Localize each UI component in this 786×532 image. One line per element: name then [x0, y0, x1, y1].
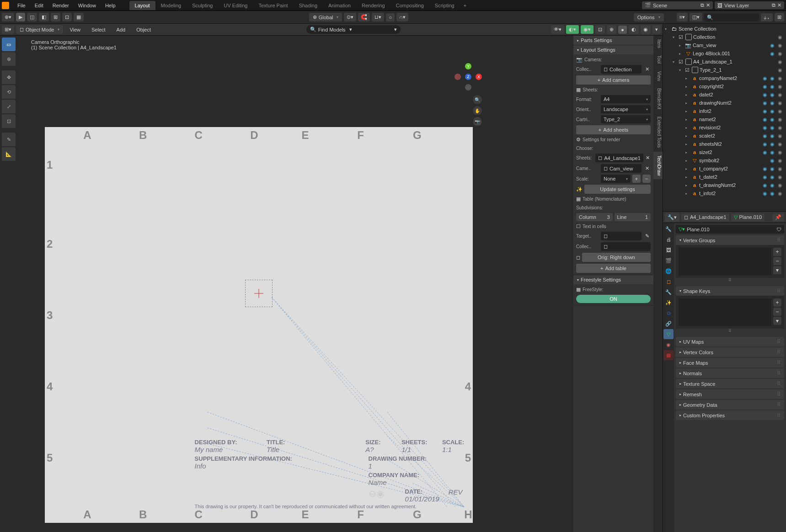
drag-handle-icon[interactable]: ⠿ [777, 412, 781, 418]
ws-tab-layout[interactable]: Layout [129, 1, 155, 10]
tree-row[interactable]: ▸asheetsNt2◉◉◉ [663, 140, 786, 148]
visibility-icon[interactable]: ◉ [778, 133, 784, 139]
tree-row[interactable]: ▸acompanyNamet2◉◉◉ [663, 74, 786, 82]
data-icon[interactable]: ◉ [763, 84, 769, 90]
tree-toggle-icon[interactable]: ▾ [665, 27, 669, 31]
xray-toggle[interactable]: ⊡ [595, 25, 605, 34]
visibility-icon[interactable]: ◉ [778, 43, 784, 48]
shading-material[interactable]: ◐ [629, 25, 639, 34]
add-camera-button[interactable]: Add camera [576, 75, 651, 85]
prop-panel-header[interactable]: Custom Properties⠿ [676, 410, 784, 420]
ws-tab-compositing[interactable]: Compositing [390, 1, 429, 10]
prop-panel-header[interactable]: Texture Space⠿ [676, 379, 784, 388]
pan-button[interactable]: ✋ [473, 106, 482, 115]
data-icon2[interactable]: ◉ [770, 84, 776, 90]
camera-view-button[interactable]: 📷 [473, 117, 482, 126]
drag-handle-icon[interactable]: ⠿ [777, 391, 781, 397]
prop-panel-header[interactable]: Face Maps⠿ [676, 358, 784, 367]
snap-toggle[interactable]: 🧲 [358, 13, 370, 21]
find-models-input[interactable] [354, 27, 390, 32]
data-icon2[interactable]: ◉ [770, 92, 776, 98]
visibility-icon[interactable]: ◉ [778, 34, 784, 40]
data-icon[interactable]: ◉ [763, 191, 769, 197]
options-dropdown[interactable]: Options [634, 13, 664, 21]
tree-toggle-icon[interactable]: ▸ [685, 101, 690, 105]
tree-row[interactable]: ▾☑A4_Landscape_1◉ [663, 58, 786, 66]
sheets2-field[interactable]: ◻A4_Landscape1 [595, 154, 643, 162]
zoom-button[interactable]: 🔍 [473, 95, 482, 104]
shading-wireframe[interactable]: ⊕ [607, 25, 616, 34]
axis-z-icon[interactable]: Z [465, 74, 471, 80]
n-tab-blenderkit[interactable]: BlenderKit [653, 85, 663, 113]
visibility-icon[interactable]: ◉ [778, 149, 784, 155]
collec-clear[interactable]: ✕ [643, 66, 651, 72]
drag-handle-icon[interactable]: ⠿ [777, 381, 781, 387]
gizmo-dropdown[interactable]: ◐▾ [566, 25, 579, 34]
layout-settings-header[interactable]: Layout Settings [573, 45, 653, 54]
data-icon2[interactable]: ◉ [770, 117, 776, 122]
view-menu[interactable]: View [65, 26, 85, 33]
view-layer-selector[interactable]: 🖼 ⧉ ✕ [715, 1, 784, 9]
tree-row[interactable]: ▸▽symbolt2◉◉ [663, 156, 786, 165]
drag-handle-icon[interactable]: ⠿ [777, 402, 781, 408]
interaction-mode-dropdown[interactable]: ◻ Object Mode [16, 25, 63, 34]
tree-toggle-icon[interactable]: ▸ [685, 183, 690, 187]
visibility-icon[interactable]: ◉ [778, 59, 784, 65]
tree-toggle-icon[interactable]: ▸ [685, 109, 690, 113]
orient-dropdown[interactable]: Landscape [601, 105, 651, 113]
tab-output[interactable]: 🖨 [663, 234, 674, 245]
tool-transform[interactable]: ⊡ [2, 114, 16, 128]
n-tab-techdraw[interactable]: TechDraw [653, 152, 663, 179]
tree-toggle-icon[interactable]: ▸ [685, 142, 690, 146]
collection-checkbox[interactable]: ☑ [679, 59, 684, 65]
n-tab-tool[interactable]: Tool [653, 52, 663, 67]
datablock-name[interactable]: Plane.010 [687, 227, 775, 232]
outliner-display-mode[interactable]: ◫▾ [690, 13, 702, 21]
came-field[interactable]: ◻Cam_view [601, 164, 642, 173]
data-icon[interactable]: ◉ [770, 51, 776, 57]
data-icon2[interactable]: ◉ [770, 174, 776, 180]
visibility-icon[interactable]: ◉ [778, 75, 784, 81]
tab-material[interactable]: ◉ [663, 340, 674, 350]
collec-field[interactable]: ◻Collection [601, 65, 642, 74]
outliner-search[interactable] [704, 13, 759, 21]
prop-panel-header[interactable]: Shape Keys⠿ [676, 286, 784, 296]
tab-texture[interactable]: ▦ [663, 350, 674, 360]
visibility-icon[interactable]: ◉ [778, 84, 784, 90]
cursor-tool-dropdown[interactable]: ⊕▾ [2, 13, 14, 21]
tree-row[interactable]: ▸at_datet2◉◉◉ [663, 173, 786, 181]
data-icon2[interactable]: ◉ [770, 75, 776, 81]
data-icon[interactable]: ◉ [763, 166, 769, 172]
drag-handle-icon[interactable]: ⠿ [777, 339, 781, 345]
tree-toggle-icon[interactable]: ▸ [685, 159, 690, 163]
visibility-icon[interactable]: ◉ [778, 125, 784, 131]
prop-list[interactable] [679, 248, 771, 275]
shading-solid[interactable]: ● [618, 26, 627, 34]
menu-edit[interactable]: Edit [30, 2, 48, 9]
scene-selector[interactable]: 🎬 ⧉ ✕ [642, 1, 713, 9]
viewport-canvas[interactable]: Camera Orthographic (1) Scene Collection… [17, 36, 573, 532]
view-layer-input[interactable] [724, 3, 770, 8]
scale-plus[interactable]: + [632, 175, 641, 183]
find-caret-icon[interactable]: ▾ [394, 27, 397, 32]
outliner-filter[interactable]: ⏚▾ [761, 13, 773, 21]
visibility-icon[interactable]: ◉ [778, 158, 784, 164]
came-clear[interactable]: ✕ [643, 165, 651, 171]
select-mode-5[interactable]: ▦ [74, 13, 84, 21]
eyedropper-icon[interactable]: ✎ [643, 233, 651, 239]
new-layer-icon[interactable]: ⧉ [772, 2, 775, 8]
proportional-dropdown[interactable]: ∩▾ [396, 13, 408, 21]
visibility-icon[interactable]: ◉ [778, 92, 784, 98]
orientation-dropdown[interactable]: ⊕ Global [309, 13, 342, 21]
tab-world[interactable]: 🌐 [663, 266, 674, 276]
blender-logo-icon[interactable] [2, 2, 9, 9]
outliner-new-coll[interactable]: ⊞ [775, 13, 784, 21]
delete-scene-icon[interactable]: ✕ [706, 2, 710, 8]
tree-row[interactable]: ▸arevisiont2◉◉◉ [663, 123, 786, 132]
n-tab-extended[interactable]: Extended Tools [653, 113, 663, 151]
specials-button[interactable]: ▾ [773, 266, 781, 274]
breadcrumb-data[interactable]: ▽ Plane.010 [731, 213, 765, 221]
visibility-dropdown[interactable]: 👁▾ [551, 25, 564, 34]
scene-name-input[interactable] [653, 3, 699, 8]
tree-row[interactable]: ▸at_companyt2◉◉◉ [663, 165, 786, 173]
